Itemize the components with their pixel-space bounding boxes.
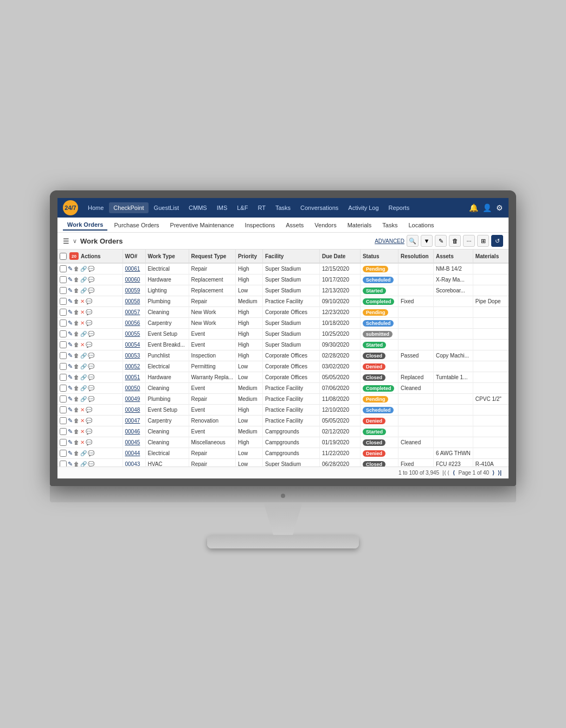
cancel-icon-00047[interactable]: ✕ [80,418,85,424]
comment-icon-00058[interactable]: 💬 [86,298,92,304]
nav-item-guestlist[interactable]: GuestList [150,202,183,213]
edit-icon-00059[interactable]: ✎ [68,287,73,294]
link-icon-00053[interactable]: 🔗 [80,353,87,359]
link-icon-00049[interactable]: 🔗 [80,396,87,402]
link-icon-00060[interactable]: 🔗 [80,277,87,283]
row-checkbox-00053[interactable] [60,352,67,359]
row-checkbox-00061[interactable] [60,265,67,272]
link-icon-00055[interactable]: 🔗 [80,331,87,337]
link-icon-00059[interactable]: 🔗 [80,288,87,293]
row-checkbox-00046[interactable] [60,428,67,435]
trash-icon-00057[interactable]: 🗑 [74,309,79,315]
edit-icon-00058[interactable]: ✎ [68,298,73,305]
cancel-icon-00045[interactable]: ✕ [80,439,85,445]
pagination-last[interactable]: ⟩| [498,470,501,476]
wo-number-00055[interactable]: 00055 [123,329,145,340]
row-checkbox-00049[interactable] [60,395,67,403]
wo-number-00054[interactable]: 00054 [123,340,145,350]
subnav-item-workorders[interactable]: Work Orders [63,220,107,231]
link-icon-00043[interactable]: 🔗 [80,461,87,467]
edit-icon-00051[interactable]: ✎ [68,374,73,381]
logo[interactable]: 24/7 [63,200,78,215]
pagination-prev[interactable]: ⟨ [453,470,455,476]
edit-icon-00049[interactable]: ✎ [68,395,73,403]
nav-item-conversations[interactable]: Conversations [296,202,343,213]
comment-icon-00055[interactable]: 💬 [88,331,94,337]
link-icon-00061[interactable]: 🔗 [80,266,87,272]
cancel-icon-00058[interactable]: ✕ [80,298,85,304]
trash-icon-00056[interactable]: 🗑 [74,320,79,326]
nav-item-activitylog[interactable]: Activity Log [344,202,383,213]
link-icon-00052[interactable]: 🔗 [80,363,87,369]
edit-icon-00054[interactable]: ✎ [68,341,73,348]
refresh-button[interactable]: ↺ [491,235,503,247]
subnav-item-purchaseorders[interactable]: Purchase Orders [110,220,163,230]
comment-icon-00051[interactable]: 💬 [88,374,94,380]
trash-icon-00044[interactable]: 🗑 [74,450,79,456]
row-checkbox-00045[interactable] [60,439,67,446]
edit-icon-00052[interactable]: ✎ [68,363,73,370]
row-checkbox-00057[interactable] [60,309,67,316]
edit-icon-00046[interactable]: ✎ [68,428,73,435]
row-checkbox-00051[interactable] [60,374,67,381]
comment-icon-00061[interactable]: 💬 [88,266,94,272]
edit-icon-00044[interactable]: ✎ [68,450,73,457]
comment-icon-00044[interactable]: 💬 [88,450,94,456]
edit-icon-00056[interactable]: ✎ [68,320,73,327]
comment-icon-00053[interactable]: 💬 [88,353,94,359]
trash-icon-00045[interactable]: 🗑 [74,439,79,445]
comment-icon-00060[interactable]: 💬 [88,277,94,283]
edit-icon-00061[interactable]: ✎ [68,265,73,272]
wo-number-00043[interactable]: 00043 [123,459,145,467]
wo-number-00061[interactable]: 00061 [123,263,145,274]
trash-icon-00047[interactable]: 🗑 [74,418,79,424]
subnav-item-materials[interactable]: Materials [343,220,376,230]
wo-number-00060[interactable]: 00060 [123,274,145,285]
trash-icon-00052[interactable]: 🗑 [74,363,79,369]
subnav-item-tasks[interactable]: Tasks [378,220,402,230]
trash-icon-00060[interactable]: 🗑 [74,277,79,283]
row-checkbox-00052[interactable] [60,363,67,370]
select-all-checkbox[interactable] [60,253,67,260]
trash-icon-00061[interactable]: 🗑 [74,266,79,272]
row-checkbox-00055[interactable] [60,330,67,337]
comment-icon-00057[interactable]: 💬 [86,309,92,315]
subnav-item-preventivemaintenance[interactable]: Preventive Maintenance [166,220,239,230]
user-icon[interactable]: 👤 [483,203,492,212]
more-button[interactable]: ··· [463,235,475,247]
cancel-icon-00046[interactable]: ✕ [80,429,85,435]
nav-item-cmms[interactable]: CMMS [184,202,211,213]
wo-number-00044[interactable]: 00044 [123,448,145,459]
nav-item-lf[interactable]: L&F [233,202,252,213]
edit-toolbar-button[interactable]: ✎ [435,235,447,247]
trash-icon-00049[interactable]: 🗑 [74,396,79,402]
edit-icon-00055[interactable]: ✎ [68,330,73,337]
link-icon-00044[interactable]: 🔗 [80,450,87,456]
trash-toolbar-button[interactable]: 🗑 [449,235,461,247]
trash-icon-00054[interactable]: 🗑 [74,342,79,348]
trash-icon-00053[interactable]: 🗑 [74,353,79,359]
row-checkbox-00050[interactable] [60,385,67,392]
notifications-icon[interactable]: 🔔 [469,203,478,212]
trash-icon-00046[interactable]: 🗑 [74,429,79,435]
comment-icon-00056[interactable]: 💬 [86,320,92,326]
wo-number-00046[interactable]: 00046 [123,426,145,437]
wo-number-00053[interactable]: 00053 [123,350,145,361]
advanced-button[interactable]: ADVANCED [375,238,404,244]
trash-icon-00048[interactable]: 🗑 [74,407,79,413]
trash-icon-00058[interactable]: 🗑 [74,298,79,304]
nav-item-tasks[interactable]: Tasks [271,202,295,213]
comment-icon-00049[interactable]: 💬 [88,396,94,402]
cancel-icon-00054[interactable]: ✕ [80,342,85,348]
comment-icon-00050[interactable]: 💬 [88,385,94,391]
cancel-icon-00057[interactable]: ✕ [80,309,85,315]
nav-item-checkpoint[interactable]: CheckPoint [109,202,148,213]
wo-number-00059[interactable]: 00059 [123,285,145,296]
edit-icon-00057[interactable]: ✎ [68,309,73,316]
subnav-item-inspections[interactable]: Inspections [241,220,280,230]
nav-item-home[interactable]: Home [83,202,108,213]
wo-number-00045[interactable]: 00045 [123,437,145,448]
wo-number-00052[interactable]: 00052 [123,361,145,372]
row-checkbox-00044[interactable] [60,450,67,457]
grid-button[interactable]: ⊞ [477,235,489,247]
